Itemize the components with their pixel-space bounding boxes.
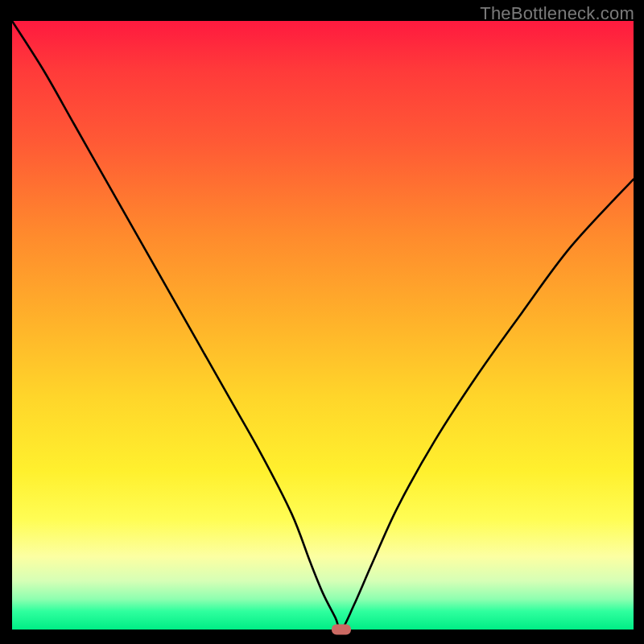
chart-frame: TheBottleneck.com: [0, 0, 644, 644]
plot-area: [12, 21, 634, 630]
minimum-marker: [332, 625, 351, 635]
watermark-text: TheBottleneck.com: [480, 3, 634, 24]
bottleneck-curve: [12, 21, 634, 630]
